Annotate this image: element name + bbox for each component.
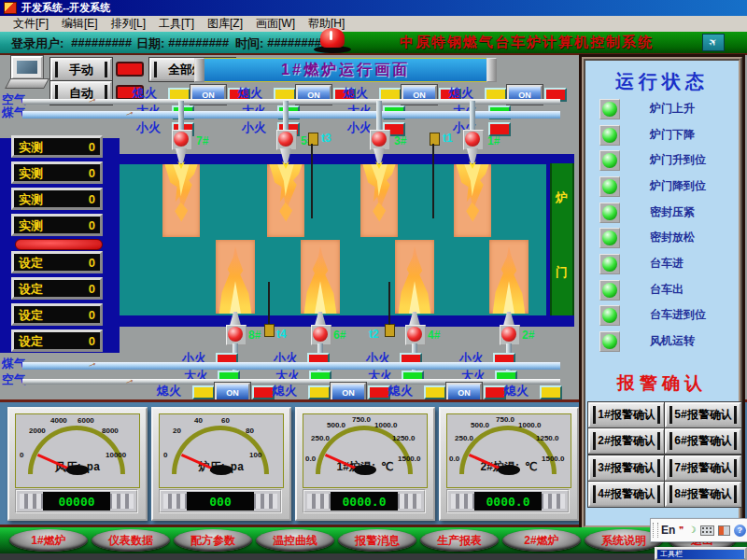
status-lamp <box>599 254 620 274</box>
keyboard-icon[interactable] <box>700 525 714 536</box>
flame-panel <box>267 164 304 237</box>
off-label: 熄火 <box>157 385 181 397</box>
status-lamp <box>599 150 620 171</box>
app-icon <box>4 2 17 14</box>
manual-button[interactable]: 手动 <box>50 58 112 81</box>
setpoint-display[interactable]: 设定0 <box>11 251 103 273</box>
alarm-confirm-button-7[interactable]: 7#报警确认 <box>665 455 741 481</box>
gauge-readout: 00000 <box>43 492 110 511</box>
nav-furnace2-button[interactable]: 2#燃炉 <box>502 529 581 552</box>
status-label: 密封压紧 <box>650 203 695 221</box>
status-label: 台车出 <box>650 280 684 299</box>
flame-panel <box>454 164 491 237</box>
furnace-pressure-gauge: 020 4060 80100 炉压:pa 000 <box>151 407 291 521</box>
setpoint-display[interactable]: 设定0 <box>11 329 103 352</box>
alarm-confirm-button-6[interactable]: 6#报警确认 <box>665 428 741 454</box>
nav-instrument-data-button[interactable]: 仪表数据 <box>92 529 170 552</box>
burner-fault-indicator <box>484 385 506 399</box>
alarm-confirm-button-4[interactable]: 4#报警确认 <box>588 482 665 507</box>
status-lamp <box>599 331 620 352</box>
furnace2-temp-gauge: 0.0250.0 500.0750.0 1000.01250.0 1500.0 … <box>439 407 579 521</box>
date-value: ######### <box>168 35 229 49</box>
back-arrow-icon[interactable]: ✈ <box>702 34 725 51</box>
menu-item-tools[interactable]: 工具[T] <box>159 16 194 32</box>
help-icon[interactable]: ? <box>734 525 746 537</box>
flame-panel <box>162 164 200 237</box>
menu-bar: 文件[F] 编辑[E] 排列[L] 工具[T] 图库[Z] 画面[W] 帮助[H… <box>0 16 747 33</box>
menu-item-edit[interactable]: 编辑[E] <box>62 16 98 32</box>
burner-fault-indicator <box>368 385 390 399</box>
alarm-beacon-highlight <box>330 31 332 40</box>
alarm-confirm-button-3[interactable]: 3#报警确认 <box>588 455 665 481</box>
time-label: 时间: <box>235 35 263 52</box>
burner-lamp <box>313 327 328 342</box>
burner-lamp <box>501 327 516 342</box>
supply-pipe <box>178 101 184 133</box>
login-user-value: ######### <box>71 35 132 49</box>
off-label: 熄火 <box>133 87 157 99</box>
thermocouple-rod <box>432 144 434 218</box>
off-label: 熄火 <box>504 385 529 397</box>
system-title: 中原特钢燃气台车炉计算机控制系统 <box>360 34 693 51</box>
alarm-confirm-button-8[interactable]: 8#报警确认 <box>665 482 741 507</box>
manual-indicator <box>116 62 144 77</box>
menu-item-file[interactable]: 文件[F] <box>13 16 49 32</box>
scada-screen: 开发系统--开发系统 文件[F] 编辑[E] 排列[L] 工具[T] 图库[Z]… <box>0 0 747 560</box>
alarm-confirm-button-5[interactable]: 5#报警确认 <box>665 402 741 427</box>
thermocouple-rod <box>311 144 313 218</box>
burner-lamp <box>407 327 422 342</box>
nav-temp-curve-button[interactable]: 温控曲线 <box>256 529 334 552</box>
burner-id: 1# <box>487 135 500 147</box>
quote-icon[interactable]: ❞ <box>679 525 684 535</box>
setpoint-display[interactable]: 设定0 <box>11 303 103 326</box>
off-label: 熄火 <box>344 87 368 99</box>
status-lamp <box>599 228 620 248</box>
off-indicator <box>540 385 562 399</box>
burner-lamp <box>174 132 189 147</box>
menu-item-gallery[interactable]: 图库[Z] <box>207 16 243 32</box>
wind-pressure-gauge: 02000 40006000 800010000 风压:pa 00000 <box>7 407 148 521</box>
status-title: 运行状态 <box>586 69 738 94</box>
status-lamp <box>599 125 620 146</box>
nav-furnace1-button[interactable]: 1#燃炉 <box>9 529 88 552</box>
page-title: 1#燃炉运行画面 <box>204 58 487 82</box>
alarm-confirm-title: 报警确认 <box>586 371 738 396</box>
low-fire-label: 小火 <box>242 121 266 133</box>
low-fire-label: 小火 <box>347 121 372 133</box>
ime-mode-icon[interactable]: ☽ <box>688 525 697 535</box>
burner-lamp <box>372 132 387 147</box>
drag-handle[interactable] <box>653 523 658 538</box>
measured-display: 实测0 <box>11 214 103 236</box>
off-label: 熄火 <box>238 87 262 99</box>
nav-production-report-button[interactable]: 生产报表 <box>420 529 499 552</box>
status-label: 风机运转 <box>650 331 695 350</box>
flame-panel <box>301 240 340 314</box>
off-label: 熄火 <box>449 87 473 99</box>
flow-arrow-icon: → <box>121 371 136 387</box>
burner-lamp <box>465 132 480 147</box>
off-indicator <box>424 385 446 399</box>
nav-recipe-params-button[interactable]: 配方参数 <box>174 529 252 552</box>
thermocouple-head <box>264 324 275 337</box>
alarm-confirm-button-1[interactable]: 1#报警确认 <box>588 402 665 427</box>
toolbox-titlebar[interactable]: 工具栏 <box>657 550 744 559</box>
status-label: 台车进到位 <box>650 305 706 324</box>
supply-pipe <box>283 101 289 133</box>
burner-lamp <box>228 327 243 342</box>
toolbox-window[interactable]: 工具栏 <box>655 547 747 560</box>
nav-alarm-message-button[interactable]: 报警消息 <box>338 529 416 552</box>
off-indicator <box>308 385 331 399</box>
setpoint-display[interactable]: 设定0 <box>11 277 103 300</box>
toolbar-window-icon[interactable] <box>718 525 730 536</box>
menu-item-screen[interactable]: 画面[W] <box>256 16 295 32</box>
language-indicator[interactable]: En <box>661 524 675 537</box>
alarm-confirm-button-2[interactable]: 2#报警确认 <box>588 428 665 454</box>
off-indicator <box>192 385 215 399</box>
burner-id: 3# <box>394 135 406 147</box>
air-pipe <box>22 99 560 105</box>
burner-id: 6# <box>333 329 345 341</box>
burner-fault-indicator <box>252 385 275 399</box>
flame-panel <box>360 164 398 237</box>
flame-panel <box>216 240 255 314</box>
menu-item-arrange[interactable]: 排列[L] <box>111 16 146 32</box>
